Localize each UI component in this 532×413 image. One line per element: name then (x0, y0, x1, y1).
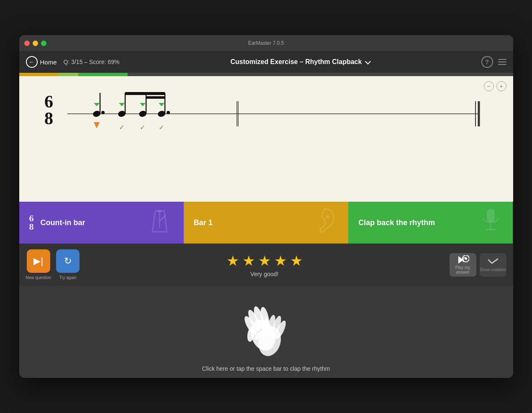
svg-text:✓: ✓ (159, 124, 164, 131)
clap-instruction-text: Click here or tap the space bar to clap … (202, 365, 330, 372)
star-5: ★ (290, 252, 303, 269)
exercise-title: Customized Exercise – Rhythm Clapback (124, 58, 476, 66)
show-notation-label: Show notation (480, 267, 506, 272)
clap-hands-icon (233, 292, 300, 359)
clapback-panel[interactable]: Clap back the rhythm (348, 202, 513, 244)
traffic-lights (24, 41, 46, 46)
app-window: EarMaster 7.0.5 ← Home Q: 3/15 – Score: … (19, 35, 513, 378)
try-again-label: Try again (59, 275, 76, 280)
action-panels: 6 8 Count-in bar Bar 1 (19, 202, 513, 244)
close-button[interactable] (24, 41, 30, 46)
menu-line-icon (498, 59, 506, 60)
title-bar: EarMaster 7.0.5 (19, 35, 513, 51)
progress-seg-3 (78, 73, 128, 76)
svg-text:✓: ✓ (140, 124, 145, 131)
star-1: ★ (226, 252, 239, 269)
play-answer-button[interactable]: Play my answer (450, 253, 476, 277)
count-in-panel[interactable]: 6 8 Count-in bar (19, 202, 184, 244)
menu-line-icon (498, 64, 506, 65)
menu-button[interactable] (498, 59, 506, 65)
star-2: ★ (242, 252, 255, 269)
dropdown-chevron-icon[interactable] (365, 58, 371, 64)
home-button[interactable]: ← Home (26, 56, 57, 68)
play-answer-label: Play my answer (450, 265, 476, 274)
show-notation-icon (487, 257, 499, 267)
zoom-controls: − + (484, 81, 506, 91)
bar1-label: Bar 1 (194, 218, 213, 227)
metronome-icon (148, 207, 171, 239)
svg-marker-24 (119, 103, 125, 106)
score-display: Q: 3/15 – Score: 69% (64, 59, 120, 65)
svg-point-18 (167, 111, 170, 114)
ear-icon (313, 207, 336, 239)
count-in-label: Count-in bar (41, 218, 85, 227)
svg-rect-30 (157, 210, 162, 212)
svg-text:8: 8 (44, 109, 53, 128)
svg-point-31 (326, 215, 329, 218)
minimize-button[interactable] (33, 41, 38, 46)
progress-seg-2 (59, 73, 78, 76)
new-question-button[interactable]: ▶| New question (26, 249, 51, 280)
svg-marker-23 (94, 103, 100, 106)
quality-label: Very good! (250, 271, 278, 277)
show-notation-icon-container: Show notation (480, 253, 506, 277)
maximize-button[interactable] (41, 41, 46, 46)
back-icon: ← (26, 56, 38, 68)
progress-seg-4 (128, 73, 513, 76)
show-notation-button[interactable]: Show notation (480, 253, 506, 277)
progress-seg-1 (19, 73, 59, 76)
play-answer-icon-container: Play my answer (450, 253, 476, 277)
stars-section: ★ ★ ★ ★ ★ Very good! (85, 252, 444, 277)
bottom-controls: ▶| New question ↻ Try again ★ ★ ★ ★ ★ Ve… (19, 244, 513, 286)
svg-marker-25 (140, 103, 146, 106)
star-4: ★ (274, 252, 287, 269)
svg-marker-19 (94, 122, 100, 128)
header-right: ? (481, 56, 506, 68)
home-label: Home (40, 59, 57, 66)
sheet-music-area: − + 6 8 (19, 76, 513, 202)
clap-area[interactable]: Click here or tap the space bar to clap … (19, 286, 513, 378)
star-3: ★ (258, 252, 271, 269)
time-sig-display: 6 8 (29, 214, 34, 231)
play-answer-icon (457, 255, 469, 264)
next-icon: ▶| (27, 249, 50, 273)
svg-line-40 (463, 257, 466, 258)
replay-icon: ↻ (56, 249, 80, 273)
help-button[interactable]: ? (481, 56, 493, 68)
try-again-button[interactable]: ↻ Try again (56, 249, 80, 280)
app-title: EarMaster 7.0.5 (248, 40, 284, 46)
svg-marker-26 (159, 103, 164, 106)
svg-rect-15 (125, 92, 165, 95)
zoom-in-button[interactable]: + (496, 81, 506, 91)
svg-rect-16 (146, 96, 165, 99)
music-notation: 6 8 (32, 85, 501, 139)
new-question-label: New question (26, 275, 51, 280)
bar1-panel[interactable]: Bar 1 (184, 202, 348, 244)
menu-line-icon (498, 62, 506, 62)
header: ← Home Q: 3/15 – Score: 69% Customized E… (19, 51, 513, 73)
microphone-icon (481, 207, 500, 239)
clapback-label: Clap back the rhythm (358, 218, 435, 227)
zoom-out-button[interactable]: − (484, 81, 494, 91)
svg-point-17 (101, 111, 105, 114)
svg-text:✓: ✓ (119, 124, 124, 131)
stars-row: ★ ★ ★ ★ ★ (226, 252, 303, 269)
right-buttons: Play my answer Show notation (450, 253, 506, 277)
svg-rect-32 (487, 209, 495, 222)
progress-bar (19, 73, 513, 76)
